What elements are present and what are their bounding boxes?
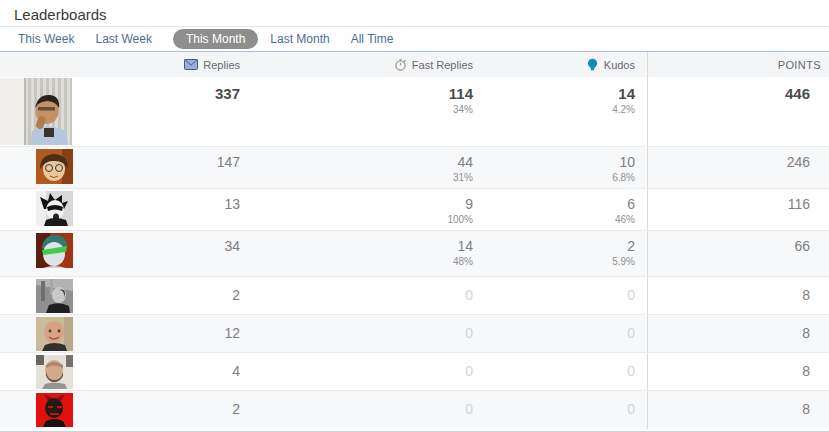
leaderboard-row-7: 4 0 0 8 (0, 353, 829, 391)
points-count: 8 (647, 315, 829, 352)
replies-count: 2 (150, 391, 240, 429)
avatar-rank-1[interactable] (0, 78, 72, 145)
leaderboard-row-5: 2 0 0 8 (0, 277, 829, 315)
points-count: 446 (647, 77, 829, 146)
fast-replies-count: 114 (240, 85, 473, 102)
time-range-tabs: This Week Last Week This Month Last Mont… (0, 27, 829, 52)
envelope-icon (184, 59, 198, 70)
replies-count: 2 (150, 277, 240, 314)
fast-replies-pct: 34% (240, 104, 473, 116)
fast-replies-count: 44 (240, 154, 473, 170)
leaderboard-row-8: 2 0 0 8 (0, 391, 829, 429)
header-avatar-spacer (0, 52, 150, 77)
column-header-replies[interactable]: Replies (150, 52, 240, 77)
kudos-pct: 5.9% (473, 256, 635, 268)
column-header-fast-replies[interactable]: Fast Replies (240, 52, 473, 77)
column-label: Fast Replies (412, 59, 473, 71)
table-header: Replies Fast Replies Kudos POINTS (0, 52, 829, 77)
column-label: Replies (203, 59, 240, 71)
replies-count: 12 (150, 315, 240, 352)
kudos-pct: 6.8% (473, 172, 635, 184)
avatar-rank-7[interactable] (36, 355, 73, 389)
kudos-count: 0 (473, 287, 635, 303)
avatar-rank-8[interactable] (36, 393, 73, 427)
points-count: 8 (647, 277, 829, 314)
column-header-points[interactable]: POINTS (647, 52, 829, 77)
leaderboards-page: Leaderboards This Week Last Week This Mo… (0, 0, 829, 432)
points-count: 66 (647, 231, 829, 276)
points-count: 246 (647, 147, 829, 188)
fast-replies-count: 9 (240, 196, 473, 212)
avatar-rank-3[interactable] (36, 191, 73, 226)
replies-count: 147 (150, 147, 240, 188)
page-title: Leaderboards (0, 0, 829, 23)
column-label: POINTS (778, 59, 821, 71)
fast-replies-count: 0 (240, 363, 473, 379)
tab-this-month[interactable]: This Month (173, 29, 258, 49)
fast-replies-count: 0 (240, 287, 473, 303)
title-bar: Leaderboards (0, 0, 829, 27)
tab-last-week[interactable]: Last Week (95, 29, 151, 49)
kudos-pct: 46% (473, 214, 635, 226)
fast-replies-count: 0 (240, 401, 473, 417)
replies-count: 4 (150, 353, 240, 390)
kudos-count: 6 (473, 196, 635, 212)
kudos-badge-icon (586, 58, 599, 71)
fast-replies-pct: 100% (240, 214, 473, 226)
kudos-count: 0 (473, 401, 635, 417)
stopwatch-icon (394, 58, 407, 71)
leaderboard-row-2: 147 44 31% 10 6.8% 246 (0, 147, 829, 189)
fast-replies-count: 0 (240, 325, 473, 341)
points-count: 116 (647, 189, 829, 230)
tab-all-time[interactable]: All Time (351, 29, 394, 49)
replies-count: 337 (150, 77, 240, 146)
tab-last-month[interactable]: Last Month (270, 29, 329, 49)
kudos-count: 0 (473, 363, 635, 379)
leaderboard-row-4: 34 14 48% 2 5.9% 66 (0, 231, 829, 277)
leaderboard-row-3: 13 9 100% 6 46% 116 (0, 189, 829, 231)
kudos-count: 2 (473, 238, 635, 254)
tab-this-week[interactable]: This Week (18, 29, 74, 49)
kudos-count: 10 (473, 154, 635, 170)
avatar-rank-6[interactable] (36, 317, 73, 351)
points-count: 8 (647, 391, 829, 429)
fast-replies-pct: 48% (240, 256, 473, 268)
kudos-count: 14 (473, 85, 635, 102)
leaderboard-row-1: 337 114 34% 14 4.2% 446 (0, 77, 829, 147)
avatar-rank-5[interactable] (36, 279, 73, 313)
avatar-rank-4[interactable] (36, 233, 73, 268)
points-count: 8 (647, 353, 829, 390)
leaderboard-row-6: 12 0 0 8 (0, 315, 829, 353)
kudos-pct: 4.2% (473, 104, 635, 116)
kudos-count: 0 (473, 325, 635, 341)
fast-replies-pct: 31% (240, 172, 473, 184)
replies-count: 34 (150, 231, 240, 276)
replies-count: 13 (150, 189, 240, 230)
fast-replies-count: 14 (240, 238, 473, 254)
avatar-rank-2[interactable] (36, 149, 73, 184)
column-header-kudos[interactable]: Kudos (473, 52, 647, 77)
column-label: Kudos (604, 59, 635, 71)
